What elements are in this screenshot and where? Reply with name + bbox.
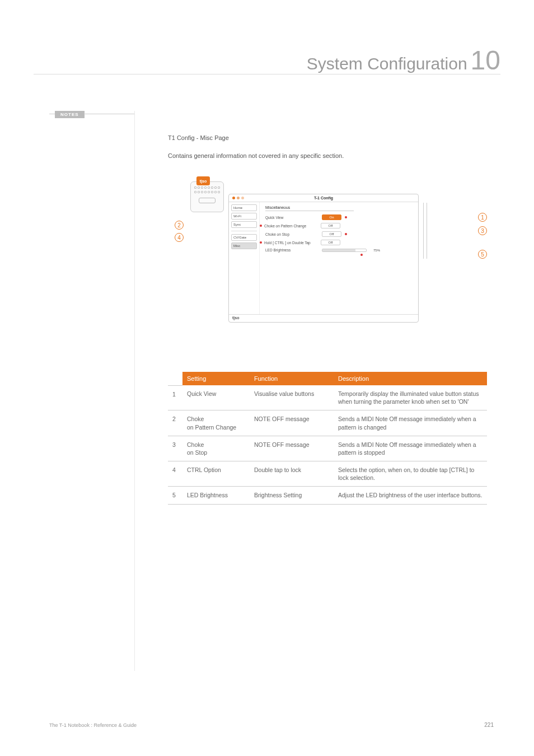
setting-row-ctrl-hold: Hold [ CTRL ] on Double Tap Off — [265, 240, 413, 245]
row-function: NOTE OFF message — [250, 410, 334, 436]
setting-row-choke-stop: Choke on Stop Off — [265, 231, 413, 237]
hardware-badge: t|so — [196, 176, 210, 185]
row-description: Temporarily display the illuminated valu… — [334, 385, 487, 410]
table-header-row: Setting Function Description — [168, 372, 487, 385]
setting-label: Choke on Pattern Change — [264, 224, 317, 228]
notes-rule-left — [49, 114, 55, 114]
row-setting: Quick View — [182, 385, 250, 410]
config-diagram: t|so T-1 Config Home Wi-Fi Sync — [190, 181, 465, 327]
callout-guide — [423, 203, 424, 259]
row-description: Adjust the LED brightness of the user in… — [334, 487, 487, 504]
sidebar-item-wifi[interactable]: Wi-Fi — [231, 213, 257, 220]
window-footer: t|so — [229, 314, 418, 322]
hardware-unit-illustration: t|so — [190, 181, 224, 212]
setting-toggle-off[interactable]: Off — [321, 223, 340, 228]
row-number: 4 — [168, 461, 182, 487]
table-header-description: Description — [334, 372, 487, 385]
header-chapter: 10 — [471, 45, 500, 76]
header-rule — [34, 74, 500, 74]
table-header-blank — [168, 372, 182, 385]
table-row: 3 Choke on Stop NOTE OFF message Sends a… — [168, 436, 487, 461]
callout-marker-icon — [345, 216, 347, 218]
config-main-panel: Miscellaneous Quick View On Choke on Pat… — [260, 202, 418, 314]
callout-marker-icon — [260, 241, 262, 244]
table-row: 5 LED Brightness Brightness Setting Adju… — [168, 487, 487, 504]
notes-divider — [134, 111, 135, 671]
callout-marker-icon — [260, 225, 262, 227]
setting-toggle-off[interactable]: Off — [321, 240, 340, 245]
table-row: 1 Quick View Visualise value buttons Tem… — [168, 385, 487, 410]
header-title: System Configuration — [307, 54, 467, 73]
notes-tab: NOTES — [55, 111, 85, 118]
section-description: Contains general information not covered… — [168, 152, 487, 159]
table-header-function: Function — [250, 372, 334, 385]
sidebar-item-cvgate[interactable]: CV/Gate — [231, 234, 257, 241]
row-description: Sends a MIDI Note Off message immediatel… — [334, 436, 487, 461]
callout-5: 5 — [478, 250, 487, 259]
sidebar-item-home[interactable]: Home — [231, 204, 257, 211]
sidebar-item-sync[interactable]: Sync — [231, 221, 257, 228]
panel-rule — [265, 211, 354, 211]
callout-4: 4 — [175, 233, 184, 242]
row-number: 5 — [168, 487, 182, 504]
content-area: T1 Config - Misc Page Contains general i… — [168, 134, 487, 505]
close-icon[interactable] — [232, 197, 235, 199]
callout-marker-icon — [360, 254, 363, 256]
row-number: 2 — [168, 410, 182, 436]
page-header: System Configuration 10 — [307, 45, 500, 76]
row-setting: CTRL Option — [182, 461, 250, 487]
row-number: 3 — [168, 436, 182, 461]
sidebar-separator — [231, 231, 257, 231]
window-body: Home Wi-Fi Sync CV/Gate Misc Miscellaneo… — [229, 202, 418, 314]
callout-1: 1 — [478, 213, 487, 222]
setting-label: Quick View — [265, 216, 318, 220]
callout-guide — [427, 203, 427, 259]
traffic-lights[interactable] — [232, 197, 244, 199]
setting-label: LED Brightness — [265, 248, 318, 252]
minimize-icon[interactable] — [237, 197, 240, 199]
row-description: Sends a MIDI Note Off message immediatel… — [334, 410, 487, 436]
callout-2: 2 — [175, 221, 184, 230]
brightness-value: 75% — [373, 249, 380, 252]
setting-toggle-on[interactable]: On — [322, 214, 341, 220]
row-description: Selects the option, when on, to double t… — [334, 461, 487, 487]
panel-title: Miscellaneous — [265, 206, 413, 209]
brightness-slider[interactable] — [322, 249, 367, 252]
sidebar-item-misc[interactable]: Misc — [231, 242, 257, 249]
setting-row-led-brightness: LED Brightness 75% — [265, 248, 413, 252]
footer-doc-title: The T-1 Notebook : Reference & Guide — [49, 722, 137, 728]
row-setting: Choke on Pattern Change — [182, 410, 250, 436]
window-titlebar: T-1 Config — [229, 194, 418, 202]
setting-row-choke-pattern: Choke on Pattern Change Off — [265, 223, 413, 228]
window-title: T-1 Config — [314, 196, 333, 200]
settings-table: Setting Function Description 1 Quick Vie… — [168, 372, 487, 505]
config-sidebar: Home Wi-Fi Sync CV/Gate Misc — [229, 202, 260, 314]
config-window: T-1 Config Home Wi-Fi Sync CV/Gate Misc … — [228, 194, 419, 323]
table-header-setting: Setting — [182, 372, 250, 385]
row-function: NOTE OFF message — [250, 436, 334, 461]
row-function: Brightness Setting — [250, 487, 334, 504]
section-title: T1 Config - Misc Page — [168, 134, 487, 141]
row-setting: LED Brightness — [182, 487, 250, 504]
setting-label: Hold [ CTRL ] on Double Tap — [264, 241, 317, 245]
row-setting: Choke on Stop — [182, 436, 250, 461]
row-function: Double tap to lock — [250, 461, 334, 487]
footer-page-number: 221 — [484, 722, 494, 728]
table-row: 2 Choke on Pattern Change NOTE OFF messa… — [168, 410, 487, 436]
row-number: 1 — [168, 385, 182, 410]
setting-toggle-off[interactable]: Off — [322, 231, 341, 237]
callout-3: 3 — [478, 226, 487, 235]
callout-marker-icon — [345, 233, 347, 235]
table-row: 4 CTRL Option Double tap to lock Selects… — [168, 461, 487, 487]
setting-label: Choke on Stop — [265, 232, 318, 236]
notes-rule-right — [84, 114, 134, 114]
setting-row-quick-view: Quick View On — [265, 214, 413, 220]
row-function: Visualise value buttons — [250, 385, 334, 410]
zoom-icon[interactable] — [241, 197, 244, 199]
